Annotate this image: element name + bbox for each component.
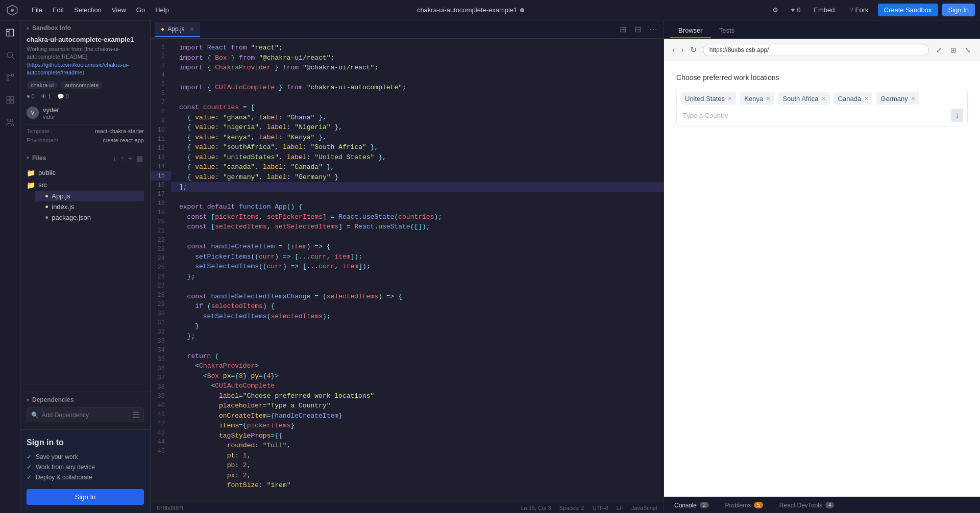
file-title-text: chakra-ui-autocomplete-example1 bbox=[417, 6, 525, 14]
nav-forward-btn[interactable]: › bbox=[679, 43, 685, 57]
code-line-43: pb: 2, bbox=[171, 460, 664, 471]
deps-list-icon[interactable]: ☰ bbox=[132, 410, 139, 420]
right-panel: Browser Tests ‹ › ↻ https://8uxbs.csb.ap… bbox=[664, 20, 980, 513]
ln-9: 9 bbox=[151, 116, 171, 125]
ln-17: 17 bbox=[151, 190, 171, 199]
file-appjs[interactable]: ● App.js bbox=[35, 191, 144, 201]
sandbox-info-header: ▾ Sandbox Info bbox=[27, 24, 144, 32]
menu-go[interactable]: Go bbox=[132, 4, 149, 16]
rail-icon-files[interactable] bbox=[3, 25, 17, 40]
ln-2: 2 bbox=[151, 52, 171, 61]
tag-remove-united-states[interactable]: × bbox=[728, 94, 732, 102]
file-name-appjs: App.js bbox=[52, 192, 70, 200]
template-value: react-chakra-starter bbox=[95, 128, 144, 134]
code-line-44: px: 2, bbox=[171, 471, 664, 481]
code-line-37: placeholder="Type a Country" bbox=[171, 401, 664, 411]
file-upload-icon[interactable]: ↑ bbox=[119, 153, 125, 163]
autocomplete-submit-btn[interactable]: ↓ bbox=[951, 109, 963, 122]
ln-29: 29 bbox=[151, 300, 171, 309]
feature-save-label: Save your work bbox=[36, 453, 78, 460]
code-line-45: fontSize: "1rem" bbox=[171, 480, 664, 491]
folder-public: 📁 public bbox=[27, 167, 144, 178]
collapse-icon[interactable]: ▾ bbox=[27, 25, 29, 31]
responsive-view-btn[interactable]: ⊞ bbox=[947, 44, 960, 56]
bottom-tab-problems[interactable]: Problems 5 bbox=[721, 500, 767, 511]
url-bar[interactable]: https://8uxbs.csb.app/ bbox=[703, 44, 929, 56]
code-line-9: { value: "nigeria", label: "Nigeria" }, bbox=[171, 122, 664, 133]
devtools-tab-label: React DevTools bbox=[779, 502, 822, 509]
folder-src-row[interactable]: 📁 src bbox=[27, 179, 144, 191]
code-content[interactable]: import React from "react"; import { Box … bbox=[171, 39, 664, 502]
heart-btn[interactable]: ♥ 0 bbox=[787, 4, 804, 16]
rail-icon-search[interactable] bbox=[3, 48, 17, 62]
rail-icon-extensions[interactable] bbox=[3, 93, 17, 107]
settings-icon-btn[interactable]: ⚙ bbox=[768, 4, 782, 16]
files-collapse-icon[interactable]: ▾ bbox=[27, 155, 29, 161]
file-packagejson[interactable]: ● package.json bbox=[35, 212, 144, 223]
code-line-17: export default function App() { bbox=[171, 202, 664, 212]
tag-autocomplete[interactable]: autocomplete bbox=[61, 81, 103, 89]
ln-27: 27 bbox=[151, 281, 171, 291]
rail-icon-git[interactable] bbox=[3, 70, 17, 85]
menu-selection[interactable]: Selection bbox=[70, 4, 105, 16]
code-line-27: if (selectedItems) { bbox=[171, 301, 664, 312]
split-editor-btn[interactable]: ⊞ bbox=[618, 22, 628, 36]
menu-help[interactable]: Help bbox=[151, 4, 173, 16]
ln-20: 20 bbox=[151, 217, 171, 226]
fork-button[interactable]: ⑂ Fork bbox=[844, 4, 874, 16]
feature-save: ✓ Save your work bbox=[27, 453, 144, 460]
file-title-bar: chakra-ui-autocomplete-example1 bbox=[181, 6, 761, 14]
open-in-new-tab-btn[interactable]: ⤢ bbox=[933, 44, 945, 56]
sidebar-title: Sandbox Info bbox=[32, 24, 71, 32]
file-indexjs[interactable]: ● index.js bbox=[35, 201, 144, 212]
tag-remove-south-africa[interactable]: × bbox=[821, 94, 825, 102]
language-info[interactable]: JavaScript bbox=[631, 505, 657, 511]
problems-tab-label: Problems bbox=[725, 502, 751, 509]
folder-public-row[interactable]: 📁 public bbox=[27, 167, 144, 178]
more-btn[interactable]: ⋯ bbox=[647, 22, 659, 36]
tag-remove-canada[interactable]: × bbox=[864, 94, 868, 102]
svg-point-1 bbox=[11, 9, 14, 12]
svg-point-2 bbox=[7, 52, 13, 58]
browser-bar: ‹ › ↻ https://8uxbs.csb.app/ ⤢ ⊞ ⤡ bbox=[664, 39, 980, 61]
embed-button[interactable]: Embed bbox=[808, 4, 840, 16]
menu-edit[interactable]: Edit bbox=[48, 4, 68, 16]
file-new-icon[interactable]: ↓ bbox=[112, 153, 117, 163]
code-line-41: rounded: "full", bbox=[171, 441, 664, 451]
deps-search-input[interactable] bbox=[42, 412, 129, 419]
file-folder-icon[interactable]: ▤ bbox=[135, 153, 144, 163]
svg-rect-9 bbox=[7, 96, 10, 99]
tag-label-germany: Germany bbox=[880, 95, 908, 102]
ln-39: 39 bbox=[151, 392, 171, 401]
code-line-30: }; bbox=[171, 331, 664, 342]
tag-label-kenya: Kenya bbox=[744, 95, 763, 102]
nav-back-btn[interactable]: ‹ bbox=[670, 43, 677, 57]
tag-remove-germany[interactable]: × bbox=[911, 94, 915, 102]
app-logo[interactable] bbox=[5, 3, 19, 17]
file-add-icon[interactable]: + bbox=[127, 153, 133, 163]
tab-close-icon[interactable]: × bbox=[190, 25, 194, 33]
nav-refresh-btn[interactable]: ↻ bbox=[688, 43, 699, 57]
feature-deploy-label: Deploy & collaborate bbox=[36, 474, 92, 481]
svg-point-6 bbox=[7, 79, 9, 81]
panel-tab-browser[interactable]: Browser bbox=[670, 23, 711, 38]
menu-view[interactable]: View bbox=[108, 4, 130, 16]
code-line-16 bbox=[171, 192, 664, 202]
menu-file[interactable]: File bbox=[28, 4, 46, 16]
rail-icon-users[interactable] bbox=[3, 115, 17, 130]
tag-remove-kenya[interactable]: × bbox=[766, 94, 770, 102]
autocomplete-tags-input[interactable]: United States × Kenya × South Africa × C… bbox=[676, 88, 968, 126]
preview-btn[interactable]: ⊟ bbox=[632, 22, 643, 36]
create-sandbox-button[interactable]: Create Sandbox bbox=[878, 4, 938, 16]
fullscreen-btn[interactable]: ⤡ bbox=[962, 44, 974, 56]
autocomplete-input[interactable] bbox=[681, 110, 947, 121]
bottom-tab-console[interactable]: Console 2 bbox=[670, 500, 713, 511]
svg-rect-10 bbox=[10, 96, 13, 99]
bottom-tab-devtools[interactable]: React DevTools 4 bbox=[775, 500, 839, 511]
sign-in-button[interactable]: Sign In bbox=[942, 4, 975, 16]
tag-chakra-ui[interactable]: chakra-ui bbox=[27, 81, 58, 89]
panel-tab-tests[interactable]: Tests bbox=[711, 23, 743, 38]
sign-in-panel-button[interactable]: Sign In bbox=[27, 489, 144, 505]
deps-collapse-icon[interactable]: ▾ bbox=[27, 397, 29, 403]
tab-appjs[interactable]: ● App.js × bbox=[155, 22, 200, 37]
